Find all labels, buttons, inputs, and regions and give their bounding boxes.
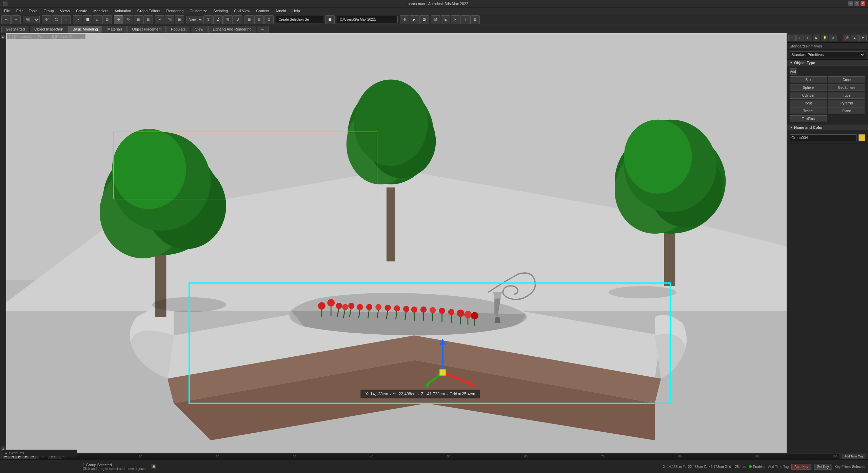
material-editor-btn[interactable]: M [431, 15, 440, 24]
menu-group[interactable]: Group [41, 7, 57, 14]
menu-customize[interactable]: Customize [187, 7, 210, 14]
select-by-name-button[interactable]: ☰ [83, 15, 92, 24]
box-button[interactable]: Box [790, 76, 827, 83]
window-crossing-button[interactable]: ⊡ [102, 15, 112, 24]
tab-lighting[interactable]: Lighting And Rendering [208, 26, 256, 33]
cylinder-button[interactable]: Cylinder [790, 92, 827, 99]
select-filter-dropdown[interactable]: All [23, 16, 40, 23]
named-sel-sets[interactable]: 📋 [325, 15, 335, 24]
menu-civil-view[interactable]: Civil View [231, 7, 253, 14]
menu-help[interactable]: Help [290, 7, 303, 14]
move-button[interactable]: ✥ [114, 15, 123, 24]
rp-motion-tab[interactable]: ▶ [813, 35, 820, 41]
render-frame-window[interactable]: 🖼 [419, 15, 429, 24]
set-key-button[interactable]: Set Key [814, 464, 832, 470]
unlink-button[interactable]: ⛓ [52, 15, 61, 24]
plane-button[interactable]: Plane [828, 107, 865, 114]
status-text: 1 Group Selected [83, 463, 145, 467]
minimize-button[interactable]: − [848, 1, 853, 6]
menu-create[interactable]: Create [73, 7, 90, 14]
rp-modify-tab[interactable]: ⊞ [796, 35, 804, 41]
tab-materials[interactable]: Materials [103, 26, 127, 33]
rp-hierarchy-tab[interactable]: ⊟ [805, 35, 812, 41]
scale-type-button[interactable]: ⊟ [143, 15, 153, 24]
render-effects-btn[interactable]: F [451, 15, 460, 24]
maximize-button[interactable]: □ [854, 1, 859, 6]
bind-space-warp[interactable]: ∞ [61, 15, 71, 24]
name-color-section-header[interactable]: ▼ Name and Color [787, 124, 868, 131]
tube-button[interactable]: Tube [828, 92, 865, 99]
left-panel-arrow[interactable]: ▶ [1, 35, 5, 39]
redo-button[interactable]: ↪ [11, 15, 21, 24]
array-button[interactable]: ⊟ [254, 15, 264, 24]
selection-lock-btn[interactable]: 🔒 [151, 464, 156, 469]
menu-modifiers[interactable]: Modifiers [91, 7, 111, 14]
batch-render-btn[interactable]: B [470, 15, 480, 24]
toggle-percent-snap[interactable]: % [223, 15, 233, 24]
quick-render-button[interactable]: ▶ [410, 15, 419, 24]
torus-button[interactable]: Torus [790, 100, 827, 106]
tab-view[interactable]: View [191, 26, 208, 33]
viewport[interactable]: [+] [Perspective] [Standard] [Default Sh… [6, 33, 787, 453]
pyramid-button[interactable]: Pyramid [828, 100, 865, 106]
geosphere-button[interactable]: GeoSphere [828, 84, 865, 91]
view-dropdown[interactable]: View [186, 16, 203, 23]
timeline-track[interactable]: 0102030405060708090100 [62, 454, 839, 459]
menu-rendering[interactable]: Rendering [164, 7, 186, 14]
tab-get-started[interactable]: Get Started [1, 26, 29, 33]
menu-views[interactable]: Views [57, 7, 73, 14]
menu-scripting[interactable]: Scripting [211, 7, 231, 14]
rp-arrow-up[interactable]: ▲ [851, 35, 859, 41]
menu-animation[interactable]: Animation [112, 7, 134, 14]
rp-utilities-tab[interactable]: ⚙ [829, 35, 836, 41]
sphere-button[interactable]: Sphere [790, 84, 827, 91]
select-object-button[interactable]: ↗ [73, 15, 82, 24]
menu-content[interactable]: Content [254, 7, 272, 14]
add-time-tag-btn[interactable]: Add Time Tag [842, 454, 865, 459]
toggle-3d-snap[interactable]: 3 [203, 15, 213, 24]
rp-display-tab[interactable]: 💡 [821, 35, 828, 41]
render-to-texture-btn[interactable]: T [460, 15, 470, 24]
menu-file[interactable]: File [1, 7, 13, 14]
undo-button[interactable]: ↩ [1, 15, 11, 24]
menu-arnold[interactable]: Arnold [273, 7, 289, 14]
rp-arrow-down[interactable]: ▼ [859, 35, 867, 41]
menu-graph-editors[interactable]: Graph Editors [135, 7, 163, 14]
object-name-input[interactable] [790, 134, 856, 141]
menu-edit[interactable]: Edit [14, 7, 25, 14]
object-type-section-header[interactable]: ▼ Object Type [787, 60, 868, 66]
tab-object-placement[interactable]: Object Placement [127, 26, 166, 33]
cone-button[interactable]: Cone [828, 76, 865, 83]
tab-basic-modeling[interactable]: Basic Modeling [68, 26, 102, 33]
link-button[interactable]: 🔗 [42, 15, 51, 24]
rp-create-tab[interactable]: ✦ [788, 35, 796, 41]
toggle-spinner-snap[interactable]: S [233, 15, 242, 24]
close-button[interactable]: ✕ [861, 1, 865, 6]
primitives-dropdown[interactable]: Standard Primitives [790, 51, 865, 58]
capture-viewport[interactable]: 📷 [165, 15, 174, 24]
tab-populate[interactable]: Populate [166, 26, 190, 33]
place-highlight[interactable]: ☀ [155, 15, 164, 24]
auto-key-button[interactable]: Auto Key [791, 464, 811, 470]
scale-button[interactable]: ⊞ [134, 15, 143, 24]
path-field[interactable]: C:\Users\S\a Max 2022\ [337, 16, 398, 23]
tab-more[interactable]: ··· [257, 26, 269, 33]
rect-select-button[interactable]: □ [93, 15, 102, 24]
rp-pin-btn[interactable]: 📌 [843, 35, 850, 41]
menu-tools[interactable]: Tools [26, 7, 40, 14]
create-selection-set-button[interactable]: Create Selection Se [276, 16, 323, 23]
rotate-button[interactable]: ↻ [124, 15, 133, 24]
tab-object-inspection[interactable]: Object Inspection [30, 26, 67, 33]
toggle-angle-snap[interactable]: ∠ [213, 15, 223, 24]
teapot-button[interactable]: Teapot [790, 107, 827, 114]
environment-btn[interactable]: E [441, 15, 450, 24]
svg-point-43 [430, 307, 436, 313]
add-button[interactable]: Add [790, 68, 796, 75]
quick-align[interactable]: ⊠ [264, 15, 274, 24]
textplus-button[interactable]: TextPlus [790, 115, 827, 122]
color-swatch[interactable] [859, 134, 865, 141]
render-setup-button[interactable]: ⚙ [400, 15, 409, 24]
viewport-label[interactable]: [+] [Perspective] [Standard] [Default Sh… [7, 34, 85, 39]
align-button[interactable]: ⊠ [175, 15, 184, 24]
mirror-button[interactable]: ⊞ [244, 15, 254, 24]
